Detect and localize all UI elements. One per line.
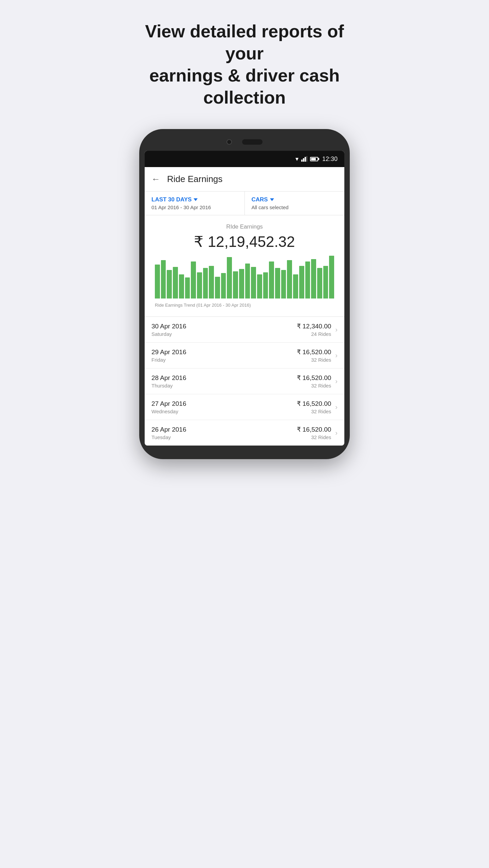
earnings-section: RIde Earnings ₹ 12,19,452.32 Ride Earnin… bbox=[145, 215, 344, 317]
earnings-list: 30 Apr 2016 Saturday ₹ 12,340.00 24 Ride… bbox=[145, 317, 344, 446]
row-right: ₹ 16,520.00 32 Rides bbox=[297, 400, 331, 414]
row-amount: ₹ 16,520.00 bbox=[297, 348, 331, 356]
svg-rect-3 bbox=[306, 156, 307, 162]
app-bar: ← Ride Earnings bbox=[145, 167, 344, 192]
row-day: Saturday bbox=[151, 331, 297, 337]
status-bar: ▾ 12:30 bbox=[145, 151, 344, 167]
battery-icon bbox=[310, 157, 318, 161]
list-row[interactable]: 28 Apr 2016 Thursday ₹ 16,520.00 32 Ride… bbox=[145, 368, 344, 394]
chart-bar bbox=[251, 267, 256, 299]
chart-bar bbox=[263, 272, 268, 299]
row-right: ₹ 16,520.00 32 Rides bbox=[297, 348, 331, 363]
chart-bar bbox=[161, 260, 166, 299]
svg-rect-1 bbox=[303, 158, 304, 162]
row-left: 28 Apr 2016 Thursday bbox=[151, 374, 297, 388]
earnings-label: RIde Earnings bbox=[151, 223, 338, 230]
chart-bar bbox=[197, 272, 202, 299]
back-button[interactable]: ← bbox=[151, 174, 160, 184]
wifi-icon: ▾ bbox=[295, 155, 298, 163]
chart-bar bbox=[239, 269, 244, 299]
chart-bar bbox=[215, 277, 220, 299]
chart-bar bbox=[269, 261, 274, 299]
chart-bar bbox=[185, 277, 190, 299]
row-date: 27 Apr 2016 bbox=[151, 400, 297, 408]
period-filter-sublabel: 01 Apr 2016 - 30 Apr 2016 bbox=[151, 204, 238, 210]
chart-bar bbox=[281, 270, 286, 299]
row-amount: ₹ 16,520.00 bbox=[297, 374, 331, 382]
chart-bar bbox=[329, 256, 334, 299]
svg-rect-2 bbox=[305, 157, 306, 162]
row-right: ₹ 12,340.00 24 Rides bbox=[297, 322, 331, 337]
period-filter-label: LAST 30 DAYS bbox=[151, 196, 238, 203]
row-rides: 32 Rides bbox=[297, 383, 331, 388]
phone-camera bbox=[227, 139, 232, 145]
chart-bar bbox=[305, 261, 310, 299]
phone-speaker bbox=[242, 139, 262, 145]
chart-bar bbox=[293, 274, 298, 299]
row-rides: 32 Rides bbox=[297, 357, 331, 363]
row-date: 30 Apr 2016 bbox=[151, 323, 297, 330]
chart-trend-label: Ride Earnings Trend (01 Apr 2016 - 30 Ap… bbox=[151, 300, 338, 313]
phone-mockup: ▾ 12:30 ← Ride Earnings bbox=[139, 129, 350, 459]
row-date: 26 Apr 2016 bbox=[151, 426, 297, 433]
row-day: Wednesday bbox=[151, 409, 297, 414]
period-dropdown-arrow bbox=[194, 198, 198, 201]
chart-bar bbox=[287, 260, 292, 299]
row-amount: ₹ 16,520.00 bbox=[297, 426, 331, 433]
chart-bar bbox=[209, 266, 214, 299]
chart-bar bbox=[191, 261, 196, 299]
chart-bar bbox=[311, 259, 316, 299]
row-day: Friday bbox=[151, 357, 297, 363]
row-chevron-icon: › bbox=[335, 351, 338, 359]
page-headline: View detailed reports of your earnings &… bbox=[126, 20, 363, 109]
row-chevron-icon: › bbox=[335, 429, 338, 437]
chart-bar bbox=[323, 266, 328, 299]
row-right: ₹ 16,520.00 32 Rides bbox=[297, 426, 331, 440]
list-row[interactable]: 30 Apr 2016 Saturday ₹ 12,340.00 24 Ride… bbox=[145, 317, 344, 343]
chart-bar bbox=[299, 266, 304, 299]
cars-filter-label: CARS bbox=[252, 196, 338, 203]
chart-bar bbox=[275, 268, 280, 299]
list-row[interactable]: 26 Apr 2016 Tuesday ₹ 16,520.00 32 Rides… bbox=[145, 420, 344, 446]
row-left: 30 Apr 2016 Saturday bbox=[151, 323, 297, 337]
row-rides: 32 Rides bbox=[297, 409, 331, 414]
row-chevron-icon: › bbox=[335, 403, 338, 411]
row-date: 28 Apr 2016 bbox=[151, 374, 297, 382]
row-left: 29 Apr 2016 Friday bbox=[151, 348, 297, 363]
chart-bar bbox=[173, 267, 178, 299]
row-day: Tuesday bbox=[151, 434, 297, 440]
row-left: 26 Apr 2016 Tuesday bbox=[151, 426, 297, 440]
signal-icon bbox=[301, 156, 307, 162]
row-right: ₹ 16,520.00 32 Rides bbox=[297, 374, 331, 388]
chart-bar bbox=[179, 274, 184, 299]
chart-bar bbox=[317, 268, 322, 299]
row-rides: 32 Rides bbox=[297, 434, 331, 440]
row-rides: 24 Rides bbox=[297, 331, 331, 337]
period-filter[interactable]: LAST 30 DAYS 01 Apr 2016 - 30 Apr 2016 bbox=[145, 192, 245, 215]
status-icons: ▾ 12:30 bbox=[295, 155, 338, 163]
row-date: 29 Apr 2016 bbox=[151, 348, 297, 356]
chart-bar bbox=[245, 264, 250, 299]
chart-bar bbox=[233, 271, 238, 299]
chart-bar bbox=[257, 274, 262, 299]
row-chevron-icon: › bbox=[335, 377, 338, 385]
earnings-amount: ₹ 12,19,452.32 bbox=[151, 233, 338, 250]
row-chevron-icon: › bbox=[335, 326, 338, 333]
chart-bar bbox=[227, 257, 232, 299]
chart-bar bbox=[221, 273, 226, 299]
cars-filter-sublabel: All cars selected bbox=[252, 204, 338, 210]
status-time: 12:30 bbox=[322, 156, 338, 163]
row-left: 27 Apr 2016 Wednesday bbox=[151, 400, 297, 414]
svg-rect-0 bbox=[301, 160, 303, 162]
row-amount: ₹ 12,340.00 bbox=[297, 322, 331, 330]
chart-bar bbox=[155, 265, 160, 299]
bar-chart bbox=[151, 256, 338, 300]
phone-screen: ▾ 12:30 ← Ride Earnings bbox=[145, 151, 344, 446]
list-row[interactable]: 27 Apr 2016 Wednesday ₹ 16,520.00 32 Rid… bbox=[145, 394, 344, 420]
filter-row: LAST 30 DAYS 01 Apr 2016 - 30 Apr 2016 C… bbox=[145, 192, 344, 215]
phone-top bbox=[145, 139, 344, 145]
cars-filter[interactable]: CARS All cars selected bbox=[245, 192, 345, 215]
chart-bar bbox=[203, 268, 208, 299]
list-row[interactable]: 29 Apr 2016 Friday ₹ 16,520.00 32 Rides … bbox=[145, 343, 344, 368]
chart-bar bbox=[167, 270, 172, 299]
